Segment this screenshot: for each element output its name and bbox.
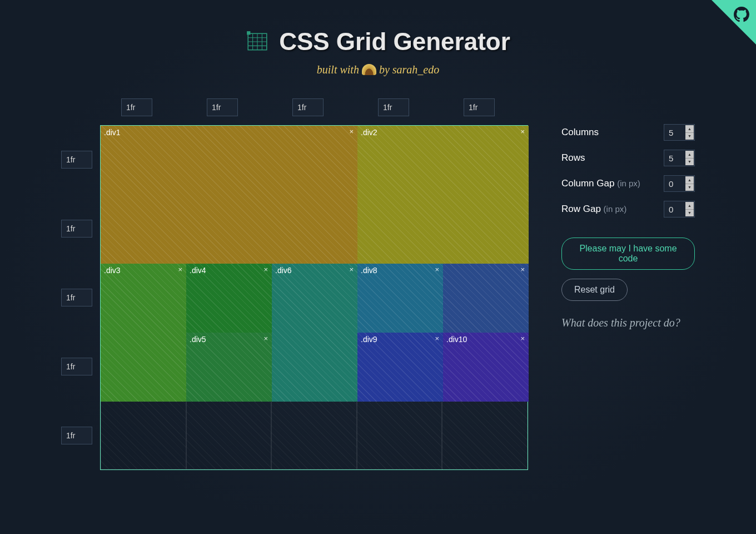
- byline: built with by sarah_edo: [0, 62, 756, 76]
- rowgap-label: Row Gap: [561, 204, 601, 214]
- close-icon[interactable]: ×: [178, 265, 182, 274]
- grid-div-label: .div4: [190, 266, 206, 275]
- grid-div[interactable]: .div5×: [186, 333, 272, 402]
- close-icon[interactable]: ×: [263, 334, 268, 343]
- close-icon[interactable]: ×: [349, 127, 354, 136]
- row-unit-input-3[interactable]: [61, 358, 92, 375]
- columns-spinner[interactable]: ▲▼: [685, 125, 694, 140]
- close-icon[interactable]: ×: [520, 265, 525, 274]
- rows-spinner[interactable]: ▲▼: [685, 151, 694, 165]
- grid-div[interactable]: .div8×: [357, 264, 443, 333]
- close-icon[interactable]: ×: [349, 265, 354, 274]
- github-icon: [734, 7, 749, 22]
- close-icon[interactable]: ×: [263, 265, 268, 274]
- author-link[interactable]: sarah_edo: [392, 63, 439, 76]
- grid-div-label: .div10: [446, 335, 467, 344]
- grid-div[interactable]: .div1×: [101, 126, 357, 264]
- close-icon[interactable]: ×: [435, 334, 439, 343]
- taco-icon: [362, 64, 376, 75]
- grid-cell[interactable]: [357, 400, 442, 469]
- row-unit-input-0[interactable]: [61, 151, 92, 169]
- rowgap-spinner[interactable]: ▲▼: [685, 202, 694, 216]
- github-corner[interactable]: [712, 0, 756, 44]
- grid-div-label: .div8: [361, 266, 377, 275]
- columns-label: Columns: [561, 127, 599, 138]
- col-unit-input-4[interactable]: [464, 98, 495, 116]
- grid-div-label: .div6: [275, 266, 292, 275]
- grid-div[interactable]: .div2×: [357, 126, 529, 264]
- close-icon[interactable]: ×: [520, 127, 525, 136]
- grid-div[interactable]: ×: [443, 264, 529, 333]
- grid-div[interactable]: .div9×: [357, 333, 443, 402]
- col-unit-input-2[interactable]: [292, 98, 324, 116]
- colgap-spinner[interactable]: ▲▼: [685, 176, 694, 191]
- close-icon[interactable]: ×: [435, 265, 439, 274]
- grid-cell[interactable]: [101, 400, 186, 469]
- grid-logo-icon: [246, 30, 269, 53]
- grid-div[interactable]: .div4×: [186, 264, 272, 333]
- svg-rect-7: [247, 31, 250, 34]
- grid-div-label: .div2: [361, 128, 377, 137]
- grid-cell[interactable]: [186, 400, 272, 469]
- grid-div[interactable]: .div3×: [101, 264, 186, 402]
- grid-cell[interactable]: [271, 400, 357, 469]
- grid-div[interactable]: .div6×: [272, 264, 357, 402]
- page-title: CSS Grid Generator: [279, 28, 510, 56]
- explain-link[interactable]: What does this project do?: [561, 317, 695, 329]
- sidebar: Columns ▲▼ Rows ▲▼ Column Gap (in px) ▲▼…: [561, 98, 695, 329]
- grid-div-label: .div3: [104, 266, 121, 275]
- col-unit-input-1[interactable]: [207, 98, 238, 116]
- grid-canvas[interactable]: .div1×.div2×.div3×.div4×.div5×.div6×.div…: [100, 125, 528, 470]
- col-unit-input-3[interactable]: [378, 98, 409, 116]
- reset-grid-button[interactable]: Reset grid: [561, 279, 628, 301]
- colgap-label: Column Gap: [561, 178, 614, 189]
- col-unit-input-0[interactable]: [121, 98, 152, 116]
- grid-div-label: .div1: [104, 128, 121, 137]
- close-icon[interactable]: ×: [520, 334, 525, 343]
- row-unit-input-4[interactable]: [61, 427, 92, 444]
- grid-cell[interactable]: [442, 400, 528, 469]
- row-unit-input-2[interactable]: [61, 289, 92, 306]
- grid-div-label: .div5: [190, 335, 206, 344]
- generate-code-button[interactable]: Please may I have some code: [561, 238, 695, 270]
- rows-label: Rows: [561, 152, 585, 164]
- row-unit-input-1[interactable]: [61, 220, 92, 238]
- grid-div-label: .div9: [361, 335, 377, 344]
- grid-div[interactable]: .div10×: [443, 333, 529, 402]
